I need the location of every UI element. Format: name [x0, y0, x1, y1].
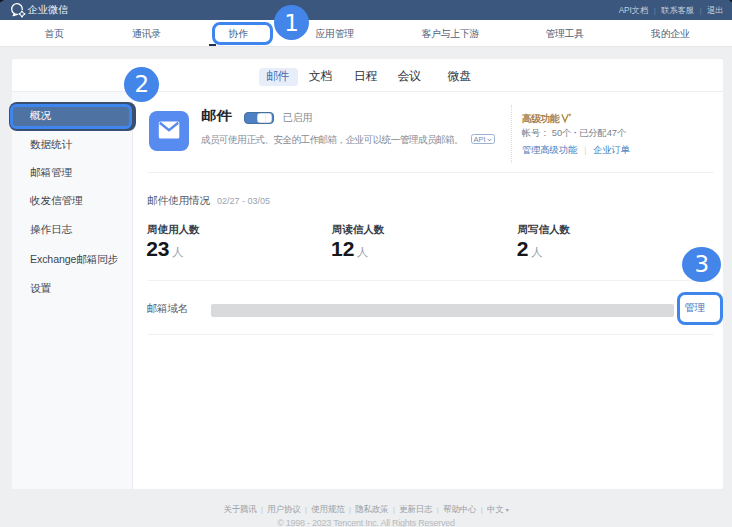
stat-label: 周使用人数	[147, 224, 199, 235]
active-nav-indicator	[209, 44, 217, 46]
annotation-box-collaboration	[212, 22, 272, 46]
company-orders-link[interactable]: 企业订单	[593, 145, 630, 155]
mail-title: 邮件	[201, 109, 232, 122]
stat-label: 周写信人数	[518, 224, 570, 235]
stat-value: 2人	[517, 238, 543, 259]
contact-support-link[interactable]: 联系客服	[661, 5, 694, 16]
brand[interactable]: 企业微信	[10, 0, 69, 20]
domain-redacted-bar	[211, 304, 675, 317]
chevron-down-icon: ▾	[506, 507, 509, 513]
annotation-step-3: 3	[682, 247, 721, 282]
wecom-logo-icon	[10, 2, 26, 18]
footer-link[interactable]: 关于腾讯	[223, 504, 256, 514]
sidebar-item-overview[interactable]: 概况	[30, 109, 51, 123]
sidebar-item-operation-log[interactable]: 操作日志	[30, 223, 72, 237]
api-tag-label: API	[474, 135, 486, 144]
stat-unit: 人	[172, 246, 184, 258]
mail-enabled-toggle[interactable]	[244, 112, 274, 124]
logout-link[interactable]: 退出	[707, 5, 723, 16]
sidebar-item-send-receive[interactable]: 收发信管理	[30, 194, 82, 208]
topbar: 企业微信 API文档 | 联系客服 | 退出	[0, 0, 732, 20]
main-navbar: 首页 通讯录 协作 应用管理 客户与上下游 管理工具 我的企业	[0, 20, 732, 47]
footer-separator: |	[305, 505, 307, 514]
usage-date-range: 02/27 - 03/05	[217, 196, 270, 206]
mail-description-text: 成员可使用正式、安全的工作邮箱，企业可以统一管理成员邮箱。	[201, 134, 463, 145]
language-selector[interactable]: 中文 ▾	[487, 504, 509, 514]
toggle-knob	[257, 113, 272, 123]
nav-item-home[interactable]: 首页	[44, 20, 63, 46]
stat-number: 2	[517, 237, 529, 260]
sidebar-item-settings[interactable]: 设置	[30, 282, 51, 296]
nav-item-admin-tools[interactable]: 管理工具	[545, 20, 583, 46]
topbar-separator: |	[654, 6, 656, 15]
footer-separator: |	[481, 505, 483, 514]
stat-unit: 人	[531, 246, 543, 258]
domain-label: 邮箱域名	[146, 303, 188, 314]
page-footer: 关于腾讯|用户协议|使用规范|隐私政策|更新日志|帮助中心|中文 ▾ © 199…	[0, 504, 732, 527]
premium-title: 高级功能	[522, 113, 572, 123]
copyright: © 1998 - 2023 Tencent Inc. All Rights Re…	[0, 518, 732, 527]
divider	[148, 280, 715, 281]
footer-separator: |	[393, 505, 395, 514]
usage-heading: 邮件使用情况02/27 - 03/05	[147, 195, 270, 206]
usage-heading-text: 邮件使用情况	[147, 194, 210, 206]
dot-separator: ·	[574, 128, 577, 138]
nav-item-customers[interactable]: 客户与上下游	[422, 20, 480, 46]
sidebar-item-statistics[interactable]: 数据统计	[30, 138, 72, 152]
envelope-icon	[149, 111, 189, 151]
stat-unit: 人	[357, 246, 369, 258]
topbar-separator: |	[700, 6, 702, 15]
annotation-step-1: 1	[274, 5, 309, 40]
toggle-state-label: 已启用	[283, 111, 313, 123]
mail-overview-panel: 邮件 已启用 成员可使用正式、安全的工作邮箱，企业可以统一管理成员邮箱。 API…	[134, 59, 711, 489]
footer-link[interactable]: 帮助中心	[443, 504, 476, 514]
stat-value: 23人	[146, 238, 183, 259]
divider	[148, 334, 715, 335]
footer-link[interactable]: 更新日志	[399, 504, 432, 514]
sidebar-item-mailbox-management[interactable]: 邮箱管理	[30, 166, 72, 180]
link-separator: ｜	[581, 145, 589, 155]
assigned-count: 已分配47个	[579, 128, 626, 138]
footer-link[interactable]: 用户协议	[267, 504, 300, 514]
api-dropdown-tag[interactable]: API	[471, 134, 495, 145]
footer-links: 关于腾讯|用户协议|使用规范|隐私政策|更新日志|帮助中心|中文 ▾	[0, 504, 732, 515]
footer-separator: |	[437, 505, 439, 514]
api-docs-link[interactable]: API文档	[619, 5, 649, 16]
annotation-box-overview	[10, 104, 132, 129]
footer-separator: |	[261, 505, 263, 514]
mail-sidebar: 概况 数据统计 邮箱管理 收发信管理 操作日志 Exchange邮箱同步 设置	[12, 92, 133, 489]
annotation-box-manage	[677, 292, 723, 325]
footer-link[interactable]: 隐私政策	[355, 504, 388, 514]
sidebar-item-exchange-sync[interactable]: Exchange邮箱同步	[30, 253, 118, 267]
nav-item-my-company[interactable]: 我的企业	[651, 20, 689, 46]
topbar-links: API文档 | 联系客服 | 退出	[619, 0, 724, 20]
mail-app-icon	[149, 111, 189, 151]
premium-account-info: 帐号： 50个 · 已分配47个	[522, 128, 626, 138]
premium-title-text: 高级功能	[522, 113, 559, 124]
stat-value: 12人	[331, 238, 368, 259]
premium-v-icon	[561, 113, 572, 123]
premium-separator	[511, 105, 512, 163]
stat-number: 23	[146, 237, 169, 260]
brand-name: 企业微信	[28, 3, 69, 17]
footer-link[interactable]: 使用规范	[311, 504, 344, 514]
nav-item-app-management[interactable]: 应用管理	[315, 20, 353, 46]
divider	[148, 172, 715, 173]
premium-links: 管理高级功能｜企业订单	[522, 145, 630, 155]
manage-premium-link[interactable]: 管理高级功能	[522, 145, 577, 155]
chevron-down-icon	[487, 138, 492, 142]
account-count: 帐号： 50个	[522, 128, 571, 138]
nav-item-contacts[interactable]: 通讯录	[132, 20, 161, 46]
stat-number: 12	[331, 237, 354, 260]
wecom-admin-page: 企业微信 API文档 | 联系客服 | 退出 首页 通讯录 协作 应用管理 客户…	[0, 0, 732, 527]
stat-label: 周读信人数	[332, 224, 384, 235]
mail-description: 成员可使用正式、安全的工作邮箱，企业可以统一管理成员邮箱。	[201, 134, 463, 147]
footer-separator: |	[349, 505, 351, 514]
